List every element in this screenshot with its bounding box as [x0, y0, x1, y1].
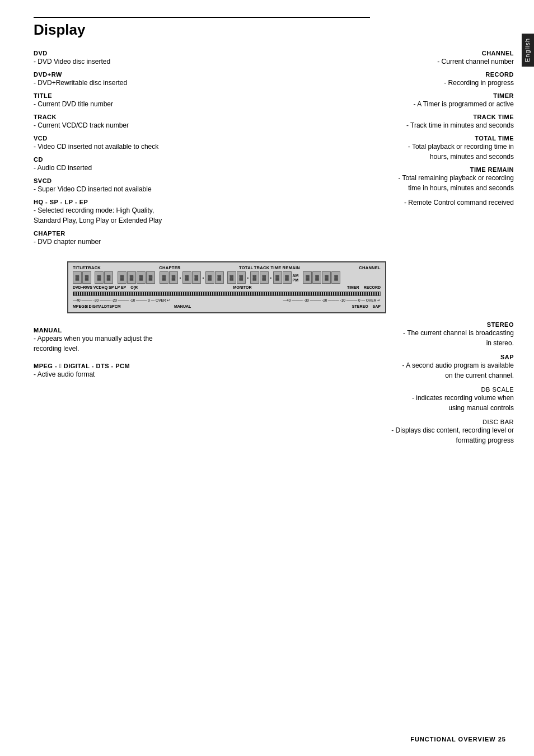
time-digits-2: ▓ ▓ [182, 271, 201, 284]
ampm-indicator: AM PM [293, 274, 299, 282]
lcd-header-row: TITLE TRACK CHAPTER TOTAL TRACK TIME REM… [73, 265, 381, 270]
bottom-left: MANUAL - Appears when you manually adjus… [34, 321, 274, 450]
item-disc-bar: Disc bar - Displays disc content, record… [274, 419, 514, 445]
time-digits-4: ▓ ▓ [227, 271, 246, 284]
item-dvdrw: DVD+RW - DVD+Rewritable disc inserted [34, 71, 263, 88]
time-digits-3: ▓ ▓ [205, 271, 224, 284]
item-stereo: STEREO - The current channel is broadcas… [274, 321, 514, 348]
item-manual: MANUAL - Appears when you manually adjus… [34, 327, 274, 354]
bottom-right: STEREO - The current channel is broadcas… [274, 321, 514, 450]
item-hq: HQ - SP - LP - EP - Selected recording m… [34, 199, 263, 226]
left-column: DVD - DVD Video disc inserted DVD+RW - D… [34, 50, 274, 251]
time-digits-5: ▓ ▓ [250, 271, 269, 284]
page-footer: FUNCTIONAL OVERVIEW 25 [410, 736, 506, 743]
vu-meter-bar [73, 292, 381, 296]
top-section: DVD - DVD Video disc inserted DVD+RW - D… [34, 50, 514, 251]
lcd-main-row: ▓ ▓ ▓ ▓ ▓ ▓ ▓ ▓ [73, 271, 381, 284]
item-mpeg: MPEG - 𝒣 DIGITAL - DTS - PCM - Active au… [34, 363, 274, 379]
item-sap: SAP - A second audio program is availabl… [274, 354, 514, 381]
lcd-box: TITLE TRACK CHAPTER TOTAL TRACK TIME REM… [67, 261, 386, 313]
vu-scale-row: —40 ——— -30 ——— -20 ——— -10 ——— 0 — OVER… [73, 298, 381, 303]
title-digits: ▓ ▓ [73, 271, 91, 284]
item-remote: - Remote Control command received [279, 198, 514, 208]
time-digits-1: ▓ ▓ [160, 271, 178, 284]
item-track: TRACK - Current VCD/CD track number [34, 114, 263, 130]
item-dvd: DVD - DVD Video disc inserted [34, 50, 263, 67]
item-vcd: VCD - Video CD inserted not available to… [34, 135, 263, 152]
item-db-scale: dB scale - indicates recording volume wh… [274, 386, 514, 413]
item-title: TITLE - Current DVD title number [34, 92, 263, 109]
side-tab: English [522, 34, 534, 67]
channel-digits: ▓ ▓ ▓ ▓ [303, 271, 340, 284]
bottom-section: MANUAL - Appears when you manually adjus… [34, 321, 514, 450]
item-channel: CHANNEL - Current channel number [279, 50, 514, 67]
vu-meter-section [73, 292, 381, 296]
item-timer: TIMER - A Timer is programmed or active [279, 92, 514, 109]
item-total-time: TOTAL TIME - Total playback or recording… [279, 135, 514, 162]
item-svcd: SVCD - Super Video CD inserted not avail… [34, 177, 263, 194]
diagram-container: DVD - DVD Video disc inserted DVD+RW - D… [34, 50, 514, 450]
item-track-time: TRACK TIME - Track time in minutes and s… [279, 114, 514, 130]
lcd-display-section: TITLE TRACK CHAPTER TOTAL TRACK TIME REM… [34, 261, 514, 313]
item-record: RECORD - Recording in progress [279, 71, 514, 88]
item-chapter: CHAPTER - DVD chapter number [34, 230, 263, 247]
item-cd: CD - Audio CD inserted [34, 156, 263, 173]
lcd-footer-row: DVD÷RW S VCD HQ SP LP EP O(R MONITOR TIM… [73, 285, 381, 289]
item-time-remain: TIME REMAIN - Total remaining playback o… [279, 166, 514, 193]
track-digits: ▓ ▓ [95, 271, 113, 284]
page: English Display DVD - DVD Video disc ins… [0, 0, 534, 756]
page-title: Display [34, 17, 370, 39]
chapter-digits: ▓ ▓ ▓ ▓ [118, 271, 155, 284]
right-column: CHANNEL - Current channel number RECORD … [274, 50, 514, 251]
vu-labels-row: MPEG ⊠ DIGITAL DTS PCM MANUAL STEREO SAP [73, 304, 381, 309]
time-digits-6: ▓ ▓ [273, 271, 292, 284]
